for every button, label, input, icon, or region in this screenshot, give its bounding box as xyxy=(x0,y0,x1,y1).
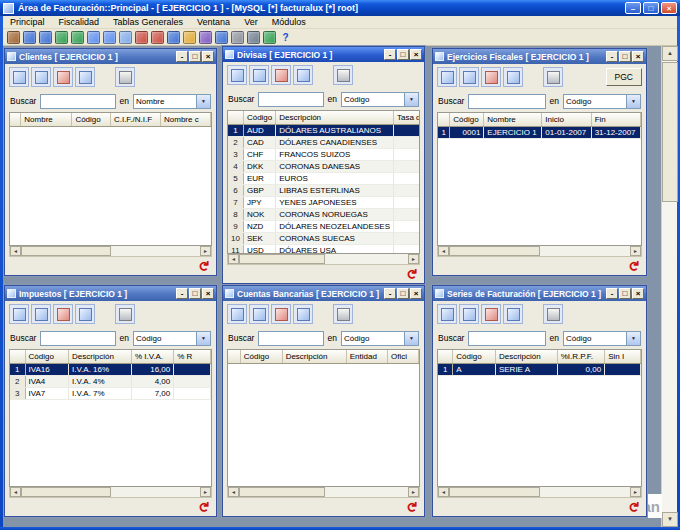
column-header[interactable]: Nombre c xyxy=(161,113,211,127)
column-header[interactable]: Código xyxy=(450,113,484,127)
column-header[interactable]: Entidad xyxy=(346,350,387,364)
edit-record-button[interactable] xyxy=(249,304,269,324)
row-number-cell[interactable]: 11 xyxy=(228,245,243,255)
menu-ventana[interactable]: Ventana xyxy=(190,16,237,29)
child-maximize-button[interactable]: □ xyxy=(189,288,201,299)
child-titlebar[interactable]: Clientes [ EJERCICIO 1 ] - □ × xyxy=(5,49,216,64)
table-cell[interactable]: NZD xyxy=(243,221,275,233)
table-cell[interactable]: DÓLARES AUSTRALIANOS xyxy=(276,125,394,137)
payments-icon[interactable] xyxy=(134,30,149,45)
table-cell[interactable]: 0 xyxy=(393,221,420,233)
horizontal-scrollbar[interactable]: ◄ ► xyxy=(227,487,420,498)
child-minimize-button[interactable]: - xyxy=(606,51,618,62)
row-number-cell[interactable]: 7 xyxy=(228,197,243,209)
horizontal-scrollbar[interactable]: ◄ ► xyxy=(9,487,212,498)
delivery-notes-icon[interactable] xyxy=(118,30,133,45)
table-cell[interactable] xyxy=(605,364,641,376)
table-cell[interactable]: USD xyxy=(243,245,275,255)
child-minimize-button[interactable]: - xyxy=(384,288,396,299)
row-number-cell[interactable]: 5 xyxy=(228,173,243,185)
products-icon[interactable] xyxy=(54,30,69,45)
row-number-cell[interactable]: 3 xyxy=(228,149,243,161)
clients-icon[interactable] xyxy=(22,30,37,45)
horizontal-scrollbar[interactable]: ◄ ► xyxy=(9,246,212,257)
scroll-left-icon[interactable]: ◄ xyxy=(10,487,21,497)
table-cell[interactable]: IVA7 xyxy=(25,388,68,400)
table-cell[interactable]: 0 xyxy=(393,161,420,173)
accounting-icon[interactable] xyxy=(198,30,213,45)
edit-record-button[interactable] xyxy=(459,304,479,324)
child-close-button[interactable]: × xyxy=(202,51,214,62)
search-field-combo[interactable]: Código ▼ xyxy=(341,331,419,346)
table-cell[interactable]: EJERCICIO 1 xyxy=(484,127,542,139)
refresh-button[interactable]: ↻ xyxy=(627,501,641,513)
print-button[interactable] xyxy=(333,65,353,85)
table-row[interactable]: 3IVA7I.V.A. 7%7,00 xyxy=(10,388,211,400)
refresh-button[interactable]: ↻ xyxy=(197,260,211,272)
scroll-left-icon[interactable]: ◄ xyxy=(228,254,239,264)
maximize-button[interactable]: □ xyxy=(643,2,659,14)
table-cell[interactable]: 0 xyxy=(393,197,420,209)
column-header[interactable]: % I.V.A. xyxy=(131,350,173,364)
table-cell[interactable]: DÓLARES NEOZELANDESES xyxy=(276,221,394,233)
table-cell[interactable]: 1 xyxy=(393,185,420,197)
table-row[interactable]: 6GBPLIBRAS ESTERLINAS1 xyxy=(228,185,420,197)
delete-record-button[interactable] xyxy=(271,65,291,85)
table-row[interactable]: 10SEKCORONAS SUECAS0 xyxy=(228,233,420,245)
suppliers-icon[interactable] xyxy=(38,30,53,45)
row-number-cell[interactable]: 1 xyxy=(438,127,450,139)
settings-icon[interactable] xyxy=(246,30,261,45)
column-header[interactable]: Sin I xyxy=(605,350,641,364)
child-titlebar[interactable]: Series de Facturación [ EJERCICIO 1 ] - … xyxy=(433,286,646,301)
column-header[interactable]: Código xyxy=(243,111,275,125)
column-header[interactable]: Código xyxy=(25,350,68,364)
table-cell[interactable] xyxy=(174,364,211,376)
scrollbar-thumb[interactable] xyxy=(449,246,540,256)
table-cell[interactable] xyxy=(174,388,211,400)
copy-record-button[interactable] xyxy=(75,67,95,87)
row-number-cell[interactable]: 3 xyxy=(10,388,25,400)
scroll-right-icon[interactable]: ► xyxy=(630,487,641,497)
scroll-right-icon[interactable]: ► xyxy=(200,487,211,497)
copy-record-button[interactable] xyxy=(503,67,523,87)
banks-icon[interactable] xyxy=(166,30,181,45)
row-number-cell[interactable]: 2 xyxy=(228,137,243,149)
column-header[interactable]: Nombre xyxy=(484,113,542,127)
menu-fiscalidad[interactable]: Fiscalidad xyxy=(52,16,107,29)
child-titlebar[interactable]: Ejercicios Fiscales [ EJERCICIO 1 ] - □ … xyxy=(433,49,646,64)
table-cell[interactable]: IVA16 xyxy=(25,364,68,376)
new-record-button[interactable] xyxy=(227,65,247,85)
table-row[interactable]: 10001EJERCICIO 101-01-200731-12-2007 xyxy=(438,127,641,139)
print-button[interactable] xyxy=(543,304,563,324)
table-cell[interactable]: NOK xyxy=(243,209,275,221)
table-row[interactable]: 3CHFFRANCOS SUIZOS0 xyxy=(228,149,420,161)
table-cell[interactable]: CORONAS DANESAS xyxy=(276,161,394,173)
table-cell[interactable]: FRANCOS SUIZOS xyxy=(276,149,394,161)
table-cell[interactable]: AUD xyxy=(243,125,275,137)
table-cell[interactable]: A xyxy=(453,364,496,376)
edit-record-button[interactable] xyxy=(249,65,269,85)
search-field-combo[interactable]: Código ▼ xyxy=(563,94,641,109)
scroll-up-icon[interactable]: ▲ xyxy=(662,46,678,61)
search-input[interactable] xyxy=(468,331,545,346)
menu-principal[interactable]: Principal xyxy=(3,16,52,29)
table-cell[interactable]: I.V.A. 4% xyxy=(69,376,132,388)
table-cell[interactable]: CHF xyxy=(243,149,275,161)
menu-modulos[interactable]: Módulos xyxy=(265,16,313,29)
column-header[interactable]: % R xyxy=(174,350,211,364)
new-record-button[interactable] xyxy=(227,304,247,324)
title-bar[interactable]: Área de Facturación::Principal - [ EJERC… xyxy=(0,0,680,16)
reports-icon[interactable] xyxy=(214,30,229,45)
table-cell[interactable]: EUR xyxy=(243,173,275,185)
print-icon[interactable] xyxy=(230,30,245,45)
invoices-icon[interactable] xyxy=(86,30,101,45)
delete-record-button[interactable] xyxy=(481,304,501,324)
scroll-left-icon[interactable]: ◄ xyxy=(228,487,239,497)
scrollbar-thumb[interactable] xyxy=(21,246,111,256)
table-cell[interactable]: JPY xyxy=(243,197,275,209)
table-row[interactable]: 2CADDÓLARES CANADIENSES0 xyxy=(228,137,420,149)
table-cell[interactable]: IVA4 xyxy=(25,376,68,388)
table-cell[interactable]: CORONAS NORUEGAS xyxy=(276,209,394,221)
edit-record-button[interactable] xyxy=(31,304,51,324)
minimize-button[interactable]: – xyxy=(625,2,641,14)
